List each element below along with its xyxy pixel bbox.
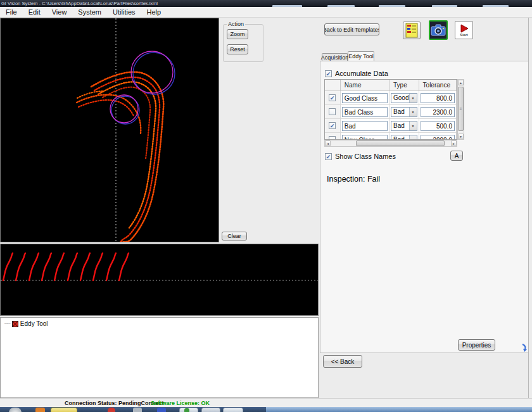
window-title: GI Vision System - C:\Users\GI\AppData\L… [1,1,158,6]
table-row: Bad Class Bad ▼ 2300.0 [325,105,457,119]
class-name-field[interactable]: Good Class [342,93,388,103]
tolerance-field[interactable]: 3000.0 [421,135,455,140]
class-type-combo[interactable]: Bad ▼ [391,135,417,140]
taskbar-button[interactable] [201,408,220,412]
class-table: Name Type Tolerance ✔ Good Class Good ▼ … [324,79,457,140]
reset-button[interactable]: Reset [227,44,248,54]
header-tolerance: Tolerance [419,80,457,91]
tolerance-field[interactable]: 500.0 [421,121,455,131]
taskbar-active-button[interactable] [51,408,77,412]
show-class-names-checkbox[interactable]: ✔ Show Class Names [325,153,396,160]
wave-strokes [3,253,129,280]
red-x-swatch-icon [12,321,18,327]
table-row: ✔ Bad Bad ▼ 500.0 [325,119,457,133]
camera-icon [431,24,446,37]
header-select-col [325,80,341,91]
scroll-down-icon[interactable]: ▼ [458,134,464,139]
connection-status: Connection Status: PendingConnect [65,400,164,406]
waveform-display[interactable] [0,244,319,316]
inspection-status: Inspection: Fail [327,175,380,184]
eddy-strand [79,100,134,116]
taskbar-app-icon[interactable] [35,408,45,412]
table-row: New Class Bad ▼ 3000.0 [325,133,457,140]
acquire-image-button[interactable] [429,20,448,40]
notes-icon [405,23,418,38]
windows-taskbar[interactable] [0,407,532,412]
zoom-button[interactable]: Zoom [227,29,248,39]
window-right-edge [528,18,529,399]
blue-down-arrow-icon[interactable] [521,344,528,353]
font-a-button[interactable]: A [450,151,463,161]
table-row: ✔ Good Class Good ▼ 800.0 [325,91,457,105]
table-header-row: Name Type Tolerance [325,80,457,91]
menu-view[interactable]: View [46,7,73,17]
taskbar-app-icon[interactable] [157,408,166,412]
part-notes-button[interactable] [403,22,421,39]
tab-acquisition[interactable]: Acquisition [322,53,348,61]
checkbox-box[interactable]: ✔ [325,153,332,160]
menu-utilities[interactable]: Utilities [107,7,141,17]
menu-file[interactable]: File [0,7,23,17]
taskbar-button[interactable] [223,408,243,412]
menu-bar: File Edit View System Utilities Help [0,7,532,18]
tolerance-field[interactable]: 800.0 [421,93,455,103]
start-play-icon [459,24,469,33]
back-to-edit-templates-button[interactable]: Back to Edit Templates [324,23,379,35]
properties-button[interactable]: Properties [458,339,495,351]
accumulate-data-label: Accumulate Data [335,70,388,77]
class-type-combo[interactable]: Bad ▼ [391,121,417,131]
eddy-scatter-plot [1,18,218,242]
accumulate-data-checkbox[interactable]: ✔ Accumulate Data [325,70,388,77]
taskbar-app-icon[interactable] [108,408,115,412]
chevron-down-icon[interactable]: ▼ [409,94,417,103]
tool-tree-panel: ╌╌ Eddy Tool [0,317,319,398]
tree-item-eddy-tool[interactable]: ╌╌ Eddy Tool [4,320,48,327]
class-name-field[interactable]: Bad [342,121,388,131]
app-window: GI Vision System - C:\Users\GI\AppData\L… [0,0,532,412]
start-orb-icon[interactable] [9,408,22,412]
eddy-strand [98,82,156,228]
action-groupbox-label: Action [227,21,245,27]
scroll-up-icon[interactable]: ▲ [458,80,464,85]
status-bar: Connection Status: PendingConnect Softwa… [0,398,532,407]
taskbar-app-icon[interactable] [133,408,142,412]
menu-help[interactable]: Help [141,7,167,17]
class-name-field[interactable]: New Class [342,135,388,140]
class-type-combo[interactable]: Good ▼ [391,93,417,103]
chevron-down-icon[interactable]: ▼ [409,135,417,140]
class-type-combo[interactable]: Bad ▼ [391,107,417,117]
taskbar-icon-green [184,408,189,412]
header-name: Name [341,80,390,91]
clear-button[interactable]: Clear [222,232,247,240]
title-bar[interactable]: GI Vision System - C:\Users\GI\AppData\L… [0,0,532,7]
menu-system[interactable]: System [72,7,107,17]
header-type: Type [390,80,419,91]
chevron-down-icon[interactable]: ▼ [409,122,417,130]
start-button[interactable]: Start [455,21,473,39]
tree-item-label: Eddy Tool [20,320,48,327]
row-enabled-checkbox[interactable]: ✔ [329,94,336,101]
start-button-label: Start [460,33,468,37]
tree-branch-line: ╌╌ [4,321,10,327]
chevron-down-icon[interactable]: ▼ [409,108,417,116]
scroll-left-icon[interactable]: ◄ [325,140,331,146]
table-body: ✔ Good Class Good ▼ 800.0 Bad Class Bad … [325,91,457,140]
license-status: Software License: OK [151,400,210,406]
tab-eddy-tool[interactable]: Eddy Tool [348,51,374,61]
vertical-scroll-thumb[interactable]: ≡ [458,87,464,131]
horizontal-scroll-thumb[interactable] [356,140,445,146]
checkbox-box[interactable]: ✔ [325,70,332,77]
tolerance-field[interactable]: 2300.0 [421,107,455,117]
row-enabled-checkbox[interactable]: ✔ [329,122,336,129]
scroll-right-icon[interactable]: ► [451,140,457,146]
back-button[interactable]: << Back [323,355,362,368]
row-enabled-checkbox[interactable] [329,108,336,115]
class-name-field[interactable]: Bad Class [342,107,388,117]
show-class-names-label: Show Class Names [335,153,396,160]
waveform-plot [1,244,318,315]
menu-edit[interactable]: Edit [23,7,46,17]
eddy-scatter-display[interactable] [0,18,219,242]
